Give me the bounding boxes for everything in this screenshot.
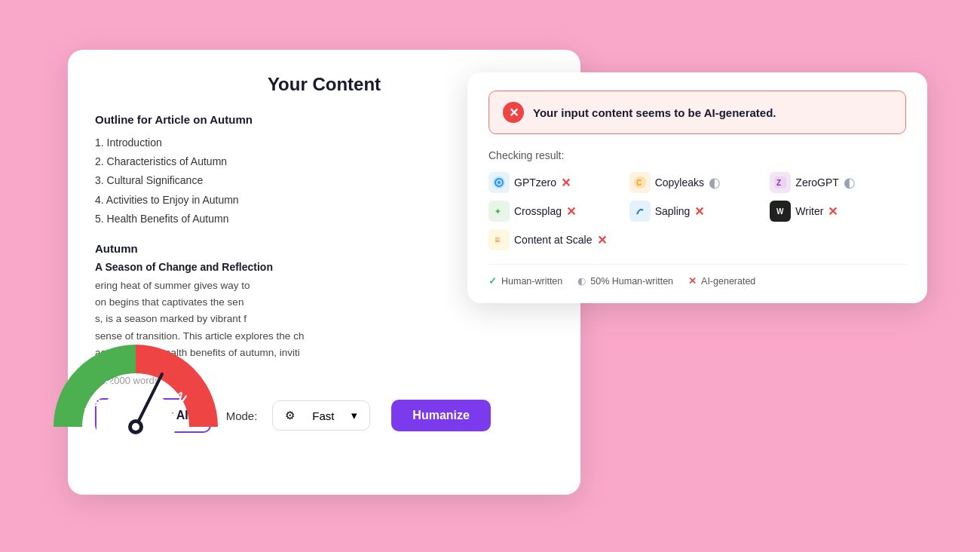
legend-human-label: Human-written [501, 276, 562, 287]
svg-text:C: C [636, 179, 642, 187]
sapling-name: Sapling [655, 205, 691, 217]
mode-icon: ⚙ [285, 409, 295, 422]
half-icon: ◐ [577, 275, 586, 287]
alert-icon: ✕ [503, 102, 524, 123]
check-icon: ✓ [488, 275, 497, 287]
alert-message: Your input content seems to be AI-genera… [533, 106, 776, 119]
checker-copyleaks: C Copyleaks ◐ [629, 172, 766, 193]
mode-label: Mode: [226, 409, 258, 422]
legend-half-label: 50% Human-written [590, 276, 673, 287]
mode-value: Fast [312, 409, 334, 422]
mode-dropdown[interactable]: ⚙ Fast ▾ [272, 400, 370, 431]
gptzero-name: GPTzero [514, 176, 556, 189]
gptzero-logo [488, 172, 510, 193]
content-at-scale-name: Content at Scale [514, 234, 593, 246]
copyleaks-status: ◐ [709, 174, 721, 191]
legend-ai-label: AI-generated [701, 276, 755, 287]
legend-human: ✓ Human-written [488, 275, 562, 287]
checker-sapling: Sapling ✕ [629, 201, 766, 222]
legend-half: ◐ 50% Human-written [577, 275, 673, 287]
svg-text:Z: Z [776, 179, 781, 187]
content-at-scale-status: ✕ [597, 233, 607, 247]
gauge-svg: Human AI [53, 336, 219, 442]
crossplag-logo: ✦ [488, 201, 510, 222]
checker-grid: GPTzero ✕ C Copyleaks ◐ Z ZeroGPT ◐ [488, 172, 906, 250]
zerogpt-status: ◐ [844, 174, 856, 191]
chevron-down-icon: ▾ [351, 409, 357, 422]
svg-point-5 [132, 423, 139, 431]
checker-gptzero: GPTzero ✕ [488, 172, 625, 193]
writer-name: Writer [795, 205, 823, 217]
crossplag-name: Crossplag [514, 205, 562, 217]
svg-rect-15 [634, 205, 646, 217]
svg-text:≡: ≡ [495, 235, 500, 245]
checker-crossplag: ✦ Crossplag ✕ [488, 201, 625, 222]
crossplag-status: ✕ [566, 204, 576, 219]
svg-point-8 [498, 181, 501, 184]
x-icon: ✕ [688, 275, 697, 287]
svg-text:W: W [776, 207, 784, 216]
results-card: ✕ Your input content seems to be AI-gene… [467, 72, 927, 303]
checker-content-at-scale: ≡ Content at Scale ✕ [488, 229, 625, 250]
zerogpt-logo: Z [770, 172, 791, 193]
copyleaks-logo: C [629, 172, 651, 193]
writer-logo: W [770, 201, 791, 222]
legend: ✓ Human-written ◐ 50% Human-written ✕ AI… [488, 264, 906, 287]
alert-box: ✕ Your input content seems to be AI-gene… [488, 90, 906, 134]
copyleaks-name: Copyleaks [655, 176, 704, 189]
legend-ai: ✕ AI-generated [688, 275, 755, 287]
checker-writer: W Writer ✕ [770, 201, 906, 222]
zerogpt-name: ZeroGPT [795, 176, 839, 189]
svg-text:✦: ✦ [495, 207, 501, 216]
sapling-status: ✕ [694, 204, 704, 219]
gauge-container: Human AI [53, 336, 219, 442]
checker-zerogpt: Z ZeroGPT ◐ [770, 172, 906, 193]
checking-label: Checking result: [488, 149, 906, 161]
sapling-logo [629, 201, 651, 222]
writer-status: ✕ [828, 204, 838, 219]
content-at-scale-logo: ≡ [488, 229, 510, 250]
gptzero-status: ✕ [561, 176, 571, 190]
humanize-button[interactable]: Humanize [391, 400, 491, 431]
